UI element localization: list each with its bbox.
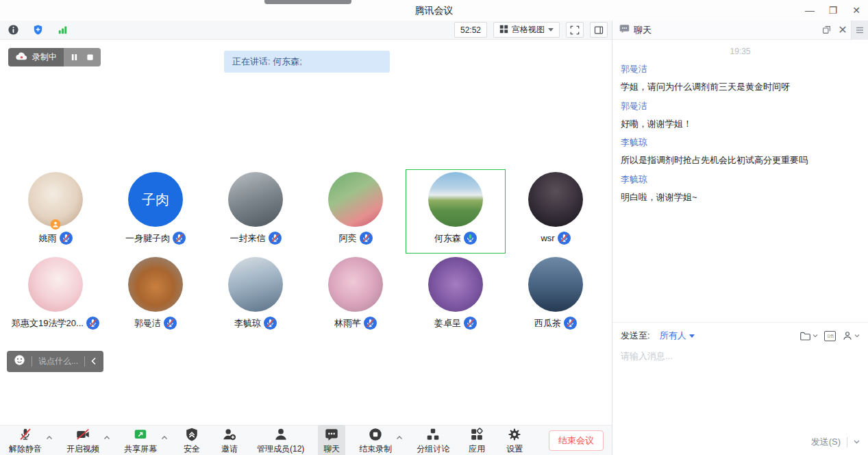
grid-view-icon [499, 25, 508, 36]
popout-panel-icon[interactable] [818, 21, 834, 40]
toolbar-shield-button[interactable]: 安全 [178, 425, 206, 455]
security-shield-icon[interactable] [29, 23, 47, 38]
layout-panel-button[interactable] [590, 22, 608, 38]
toolbar-label: 解除静音 [9, 443, 42, 455]
toolbar-mic-off-button[interactable]: 解除静音 [5, 425, 45, 455]
chat-title: 聊天 [634, 24, 652, 36]
chat-timestamp: 19:35 [621, 47, 860, 56]
toolbar-label: 邀请 [221, 443, 238, 455]
participant-tile[interactable]: 西瓜茶 [506, 254, 606, 339]
emoji-smiley-icon[interactable] [14, 354, 25, 369]
toolbar-label: 安全 [184, 443, 200, 455]
participant-name: wsr [541, 233, 554, 243]
avatar [528, 257, 583, 312]
chevron-up-icon[interactable] [103, 430, 110, 443]
participant-tile[interactable]: 阿奕 [306, 169, 406, 254]
cloud-record-icon [15, 52, 28, 63]
avatar [228, 172, 283, 227]
send-button[interactable]: 发送(S) [811, 436, 841, 448]
meeting-window: 腾讯会议 — ❐ ✕ 52:52 宫格视图 [0, 0, 868, 455]
chevron-down-icon [854, 334, 860, 338]
chat-sender[interactable]: 郭曼洁 [621, 63, 860, 75]
toolbar-members-button[interactable]: 管理成员(12) [253, 425, 308, 455]
caption-placeholder[interactable]: 说点什么... [38, 356, 78, 367]
close-chat-icon[interactable]: ✕ [834, 21, 851, 40]
view-mode-dropdown[interactable]: 宫格视图 [493, 22, 560, 38]
participant-tile[interactable]: 一封来信 [206, 169, 306, 254]
minimize-button[interactable]: — [798, 0, 821, 21]
close-button[interactable]: ✕ [845, 0, 868, 21]
participant-name: 一封来信 [230, 232, 266, 245]
chevron-up-icon[interactable] [161, 430, 168, 443]
message-input[interactable]: 请输入消息... [621, 350, 860, 362]
toolbar-settings-button[interactable]: 设置 [501, 425, 528, 455]
send-options-chevron-icon[interactable] [854, 440, 860, 444]
toolbar-breakout-button[interactable]: 分组讨论 [413, 425, 453, 455]
chat-message-list: 郭曼洁学姐，请问为什么调剂前三天是黄金时间呀郭曼洁好嘞，谢谢学姐！李毓琼所以是指… [621, 63, 860, 203]
panel-menu-icon[interactable] [852, 21, 868, 40]
pause-recording-icon[interactable] [71, 51, 78, 64]
member-select-button[interactable] [842, 330, 860, 341]
toolbar-label: 设置 [506, 443, 523, 455]
chat-bubble-icon [619, 23, 630, 36]
send-file-button[interactable] [799, 330, 818, 342]
chat-message-text: 所以是指调剂时抢占先机会比初试高分更重要吗 [621, 154, 860, 167]
participant-tile[interactable]: 姜卓呈 [406, 254, 506, 339]
participant-tile[interactable]: wsr [506, 169, 606, 254]
recording-label: 录制中 [32, 51, 57, 63]
participant-tile[interactable]: 郑惠文19法学20... [5, 254, 106, 339]
mic-muted-icon [269, 232, 282, 245]
avatar [328, 257, 383, 312]
recording-indicator: 录制中 [8, 48, 101, 66]
toolbar-apps-button[interactable]: 应用 [463, 425, 491, 455]
video-stage: 录制中 正在讲话: 何东森; 姚雨子肉一身腱子肉一封来信阿奕何东森wsr郑惠文1… [0, 40, 612, 425]
participant-tile[interactable]: 子肉一身腱子肉 [106, 169, 206, 254]
mic-muted-icon [464, 317, 477, 330]
participant-tile[interactable]: 李毓琼 [206, 254, 306, 339]
speaking-banner: 正在讲话: 何东森; [224, 51, 390, 73]
toolbar-label: 开启视频 [66, 443, 99, 455]
participant-name: 林雨芊 [334, 317, 361, 330]
toolbar-invite-button[interactable]: 邀请 [216, 425, 243, 455]
chat-panel: 聊天 ✕ 19:35 郭曼洁学姐，请问为什么调剂前三天是黄金时间呀郭曼洁好嘞，谢… [612, 21, 868, 455]
chat-sender[interactable]: 郭曼洁 [621, 100, 860, 112]
chat-icon [324, 427, 339, 442]
announcement-button[interactable]: 公告 [824, 331, 836, 341]
participant-tile[interactable]: 姚雨 [5, 169, 106, 254]
fullscreen-button[interactable] [566, 22, 584, 38]
restore-button[interactable]: ❐ [821, 0, 845, 21]
toolbar-stop-record-button[interactable]: 结束录制 [356, 425, 395, 455]
caption-bar[interactable]: 说点什么... [7, 351, 103, 372]
collapse-left-icon[interactable] [91, 356, 97, 368]
meeting-timer: 52:52 [454, 22, 487, 38]
toolbar-label: 分组讨论 [417, 443, 449, 455]
share-screen-icon [133, 427, 148, 442]
send-to-label: 发送至: [621, 330, 650, 342]
chevron-down-icon [548, 28, 554, 32]
participant-tile[interactable]: 郭曼洁 [106, 254, 206, 339]
chat-sender[interactable]: 李毓琼 [621, 136, 860, 149]
bottom-toolbar-items: 解除静音开启视频共享屏幕安全邀请管理成员(12)聊天结束录制分组讨论应用设置 [5, 425, 528, 455]
participant-tile[interactable]: 林雨芊 [306, 254, 406, 339]
send-to-dropdown[interactable]: 所有人 [660, 330, 695, 342]
network-quality-icon[interactable] [53, 23, 71, 38]
chat-sender[interactable]: 李毓琼 [621, 173, 860, 186]
stop-recording-icon[interactable] [86, 51, 94, 64]
toolbar-chat-button[interactable]: 聊天 [318, 425, 345, 455]
end-meeting-button[interactable]: 结束会议 [549, 430, 604, 451]
mic-muted-icon [86, 317, 99, 330]
avatar [328, 172, 383, 227]
toolbar-share-screen-button[interactable]: 共享屏幕 [121, 425, 160, 455]
mic-muted-icon [173, 232, 186, 245]
info-icon[interactable] [4, 23, 22, 38]
toolbar-camera-off-button[interactable]: 开启视频 [63, 425, 103, 455]
avatar [28, 172, 83, 227]
shield-icon [184, 427, 199, 442]
participant-tile[interactable]: 何东森 [406, 169, 506, 254]
chevron-up-icon[interactable] [396, 430, 403, 443]
avatar [128, 257, 183, 312]
mic-active-icon [464, 232, 477, 245]
stop-record-icon [368, 427, 383, 442]
toolbar-label: 共享屏幕 [124, 443, 157, 455]
chevron-up-icon[interactable] [46, 430, 53, 443]
